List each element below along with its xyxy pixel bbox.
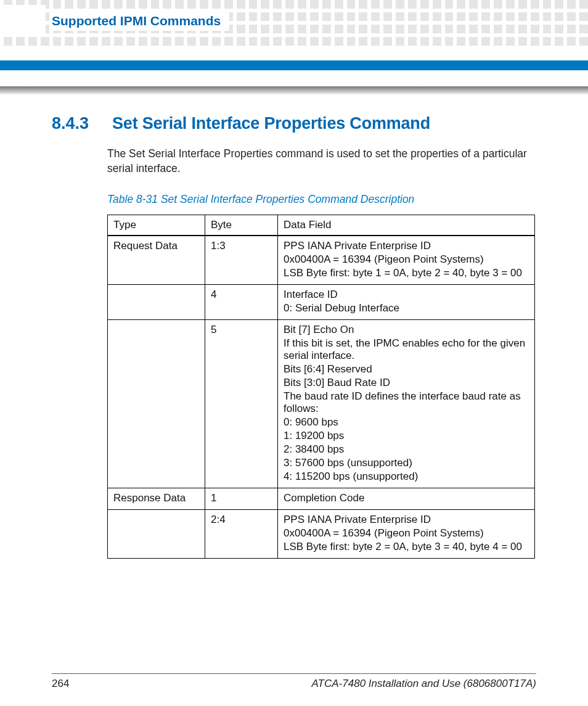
cell-data: Bit [7] Echo OnIf this bit is set, the I… bbox=[278, 320, 535, 488]
table-row: 4Interface ID0: Serial Debug Interface bbox=[108, 285, 535, 320]
table-row: Response Data1Completion Code bbox=[108, 488, 535, 510]
cell-type: Response Data bbox=[108, 488, 205, 510]
cell-byte: 4 bbox=[205, 285, 278, 320]
cell-byte: 1:3 bbox=[205, 236, 278, 285]
th-byte: Byte bbox=[205, 215, 278, 236]
footer-rule bbox=[52, 673, 536, 675]
section-title: Set Serial Interface Properties Command bbox=[112, 114, 430, 133]
cell-byte: 5 bbox=[205, 320, 278, 488]
cell-data: PPS IANA Private Enterprise ID0x00400A =… bbox=[278, 236, 535, 285]
page-number: 264 bbox=[52, 678, 69, 690]
cell-data: Interface ID0: Serial Debug Interface bbox=[278, 285, 535, 320]
table-caption: Table 8-31 Set Serial Interface Properti… bbox=[107, 193, 536, 206]
cell-data: Completion Code bbox=[278, 488, 535, 510]
table-row: Request Data1:3PPS IANA Private Enterpri… bbox=[108, 236, 535, 285]
content-area: 8.4.3 Set Serial Interface Properties Co… bbox=[52, 114, 536, 559]
page: Supported IPMI Commands 8.4.3 Set Serial… bbox=[0, 0, 588, 706]
cell-type bbox=[108, 510, 205, 559]
cell-byte: 1 bbox=[205, 488, 278, 510]
page-footer: 264 ATCA-7480 Installation and Use (6806… bbox=[52, 678, 536, 690]
th-data: Data Field bbox=[278, 215, 535, 236]
cell-byte: 2:4 bbox=[205, 510, 278, 559]
section-body: The Set Serial Interface Properties comm… bbox=[107, 147, 536, 176]
table-header-row: Type Byte Data Field bbox=[108, 215, 535, 236]
section-heading: 8.4.3 Set Serial Interface Properties Co… bbox=[52, 114, 536, 133]
header-gradient-bar bbox=[0, 86, 588, 94]
cell-type bbox=[108, 285, 205, 320]
command-table: Type Byte Data Field Request Data1:3PPS … bbox=[107, 215, 535, 559]
cell-type: Request Data bbox=[108, 236, 205, 285]
chapter-title: Supported IPMI Commands bbox=[52, 11, 229, 31]
cell-type bbox=[108, 320, 205, 488]
section-number: 8.4.3 bbox=[52, 114, 89, 133]
doc-title: ATCA-7480 Installation and Use (6806800T… bbox=[312, 678, 536, 690]
header-blue-bar bbox=[0, 60, 588, 70]
table-row: 2:4PPS IANA Private Enterprise ID0x00400… bbox=[108, 510, 535, 559]
cell-data: PPS IANA Private Enterprise ID0x00400A =… bbox=[278, 510, 535, 559]
table-row: 5Bit [7] Echo OnIf this bit is set, the … bbox=[108, 320, 535, 488]
table-body: Request Data1:3PPS IANA Private Enterpri… bbox=[108, 236, 535, 559]
th-type: Type bbox=[108, 215, 205, 236]
